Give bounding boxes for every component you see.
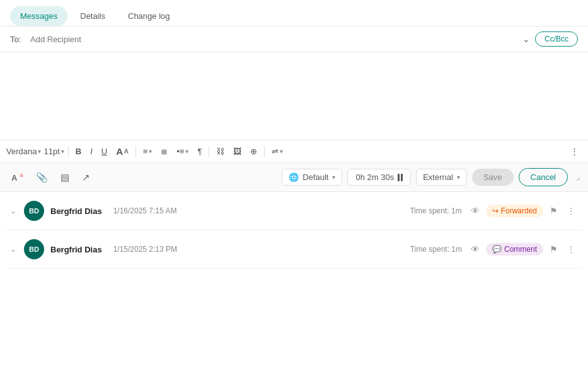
image-icon: 🖼 [233, 147, 241, 156]
time-display[interactable]: 0h 2m 30s [347, 169, 411, 186]
tag-label-1: Forwarded [501, 206, 537, 215]
chevron-down-icon: ⌄ [522, 34, 530, 44]
forward-icon-1: ↪ [492, 206, 499, 215]
message-date-1: 1/16/2025 7:15 AM [113, 206, 177, 215]
message-author-2: Bergfrid Dias [50, 245, 102, 254]
bold-icon: B [76, 147, 81, 156]
message-tag-comment-2: 💬 Comment [486, 243, 543, 256]
globe-icon: 🌐 [289, 172, 299, 182]
avatar-1: BD [24, 201, 44, 221]
external-link-button[interactable]: ↗ [78, 169, 94, 186]
attach-file-button[interactable]: 📎 [32, 169, 52, 186]
to-label: To: [10, 35, 25, 44]
template-icon: ▤ [61, 172, 69, 183]
font-size-selector[interactable]: 11pt ▾ [43, 147, 64, 156]
bold-button[interactable]: B [72, 144, 84, 159]
template-button[interactable]: ▤ [57, 169, 73, 186]
toolbar-separator-2 [135, 146, 136, 157]
tab-changelog[interactable]: Change log [118, 6, 180, 26]
underline-icon: U [101, 147, 107, 156]
recipient-input[interactable] [30, 35, 517, 44]
message-more-button-1[interactable]: ⋮ [564, 205, 578, 217]
italic-icon: I [90, 147, 93, 156]
overflow-menu-button[interactable]: ⋮ [567, 144, 582, 159]
insert-more-button[interactable]: ⊕ [247, 144, 260, 159]
image-button[interactable]: 🖼 [230, 144, 245, 159]
time-label: 0h 2m 30s [355, 172, 394, 182]
underline-button[interactable]: U [98, 144, 110, 159]
paragraph-button[interactable]: ¶ [194, 144, 205, 159]
to-row: To: ⌄ Cc/Bcc [0, 26, 588, 52]
resize-handle[interactable]: ⌟ [573, 174, 580, 181]
toolbar-separator-4 [264, 146, 265, 157]
eye-icon-2: 👁 [471, 244, 480, 254]
cc-bcc-button[interactable]: Cc/Bcc [535, 31, 578, 47]
flag-icon-2: ⚑ [550, 244, 558, 254]
message-entry: ⌄ BD Bergfrid Dias 1/16/2025 7:15 AM Tim… [5, 192, 583, 230]
message-actions-2: 👁 💬 Comment ⚑ ⋮ [468, 243, 578, 256]
direction-icon: ⇌ [272, 147, 279, 156]
pause-icon [398, 174, 403, 181]
save-button[interactable]: Save [472, 169, 514, 186]
collapse-icon-1[interactable]: ⌄ [10, 206, 18, 215]
message-time-spent-1: Time spent: 1m [410, 206, 461, 215]
formatting-toolbar: Verdana ▾ 11pt ▾ B I U AA ≡ ▾ ≣ •≡ ▾ ¶ ⛓… [0, 140, 588, 163]
message-flag-button-1[interactable]: ⚑ [547, 205, 560, 217]
external-label: External [423, 172, 453, 182]
message-more-button-2[interactable]: ⋮ [564, 243, 578, 256]
external-chevron-icon: ▾ [457, 174, 460, 181]
email-body-editor[interactable] [0, 52, 588, 140]
message-date-2: 1/15/2025 2:13 PM [113, 245, 177, 254]
default-chevron-icon: ▾ [332, 174, 335, 181]
default-dropdown[interactable]: 🌐 Default ▾ [282, 169, 342, 186]
text-size-icon: A [116, 147, 123, 156]
eye-icon-1: 👁 [471, 206, 480, 216]
default-label: Default [303, 172, 328, 182]
font-family-chevron-icon: ▾ [38, 148, 41, 155]
avatar-2: BD [24, 239, 44, 259]
message-flag-button-2[interactable]: ⚑ [547, 243, 560, 256]
tag-label-2: Comment [504, 245, 537, 254]
font-family-selector[interactable]: Verdana ▾ [6, 147, 41, 156]
message-time-spent-2: Time spent: 1m [410, 245, 462, 254]
more-icon-1: ⋮ [567, 206, 575, 216]
tabs-bar: Messages Details Change log [0, 0, 588, 26]
paragraph-icon: ¶ [197, 147, 202, 156]
direction-button[interactable]: ⇌ ▾ [268, 144, 286, 159]
text-size-button[interactable]: AA [113, 144, 132, 159]
font-size-chevron-icon: ▾ [61, 148, 64, 155]
link-icon: ⛓ [216, 147, 224, 156]
ordered-list-icon: ≣ [161, 147, 168, 156]
link-button[interactable]: ⛓ [213, 144, 228, 159]
direction-chevron-icon: ▾ [280, 148, 283, 155]
message-tag-forwarded-1: ↪ Forwarded [486, 205, 543, 217]
collapse-icon-2[interactable]: ⌄ [10, 245, 18, 254]
toolbar-separator-3 [209, 146, 209, 157]
unordered-list-button[interactable]: •≡ ▾ [173, 144, 192, 159]
align-icon: ≡ [143, 147, 148, 156]
insert-more-icon: ⊕ [250, 147, 257, 156]
italic-button[interactable]: I [87, 144, 96, 159]
text-format-button[interactable]: A a [8, 169, 27, 185]
font-family-label: Verdana [6, 147, 37, 156]
toolbar-separator-1 [68, 146, 69, 157]
tab-messages[interactable]: Messages [10, 6, 67, 26]
list-chevron-icon: ▾ [185, 148, 188, 155]
font-size-label: 11pt [43, 147, 59, 156]
tab-details[interactable]: Details [70, 6, 115, 26]
attach-icon: 📎 [36, 172, 48, 183]
align-chevron-icon: ▾ [149, 148, 152, 155]
text-format-icon: A [11, 173, 17, 183]
align-button[interactable]: ≡ ▾ [140, 144, 156, 159]
external-type-dropdown[interactable]: External ▾ [416, 169, 467, 186]
message-list: ⌄ BD Bergfrid Dias 1/16/2025 7:15 AM Tim… [0, 192, 588, 269]
recipient-dropdown-button[interactable]: ⌄ [522, 34, 530, 44]
flag-icon-1: ⚑ [550, 206, 558, 216]
message-visibility-button-2[interactable]: 👁 [468, 243, 482, 256]
action-bar: A a 📎 ▤ ↗ 🌐 Default ▾ 0h 2m 30s External… [0, 163, 588, 192]
overflow-icon: ⋮ [570, 147, 579, 156]
message-visibility-button-1[interactable]: 👁 [468, 205, 482, 217]
message-author-1: Bergfrid Dias [50, 206, 102, 216]
ordered-list-button[interactable]: ≣ [158, 144, 171, 159]
cancel-button[interactable]: Cancel [519, 168, 568, 186]
